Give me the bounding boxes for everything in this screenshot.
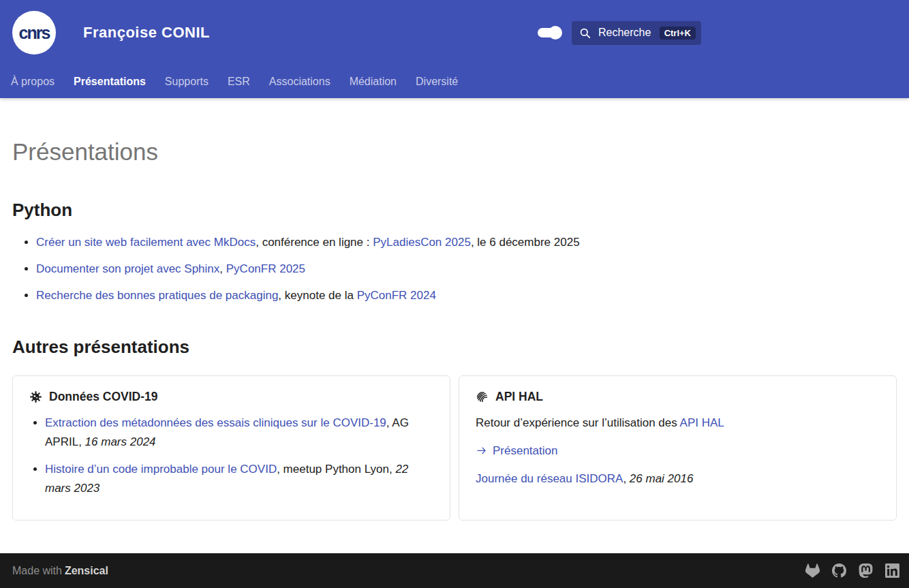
list-item: Créer un site web facilement avec MkDocs… [36,234,897,251]
link[interactable]: Créer un site web facilement avec MkDocs [36,236,256,249]
python-presentations-list: Créer un site web facilement avec MkDocs… [12,234,897,305]
card-paragraph: Présentation [476,442,880,460]
card-paragraph: Retour d’expérience sur l’utilisation de… [476,414,880,432]
github-icon [832,563,846,578]
date-text: 26 mai 2016 [630,472,694,485]
nav-tabs: À proposPrésentationsSupportsESRAssociat… [0,65,909,98]
footer: Made withZensical [0,553,909,588]
made-with-label: Made with [12,565,62,576]
search-icon [579,27,591,40]
header-top: cnrs Françoise CONIL Recherche Ctrl+K [0,0,909,65]
card-donnees-covid-19: Données COVID-19Extraction des métadonné… [12,375,450,521]
made-with-text: Made withZensical [12,565,108,577]
link[interactable]: API HAL [680,416,724,429]
tab-presentations[interactable]: Présentations [64,65,155,98]
section-heading-python: Python [12,199,897,222]
link[interactable]: Recherche des bonnes pratiques de packag… [36,289,278,302]
header: cnrs Françoise CONIL Recherche Ctrl+K À … [0,0,909,98]
linkedin-link[interactable] [885,563,899,578]
card-title: Données COVID-19 [29,390,433,404]
arrow-right-icon [476,444,488,457]
page-title: Présentations [12,136,897,168]
card-title-text: Données COVID-19 [49,390,157,404]
link[interactable]: Histoire d’un code improbable pour le CO… [45,463,277,476]
list-item: Documenter son projet avec Sphinx, PyCon… [36,260,897,278]
card-title-text: API HAL [495,390,543,404]
tab-esr[interactable]: ESR [218,65,260,98]
tab-mediation[interactable]: Médiation [340,65,406,98]
tab-diversite[interactable]: Diversité [406,65,467,98]
list-item: Extraction des métadonnées des essais cl… [45,414,433,452]
header-options: Recherche Ctrl+K [536,21,701,45]
cnrs-logo[interactable]: cnrs [12,11,56,55]
mastodon-link[interactable] [859,563,873,578]
search-placeholder: Recherche [598,27,660,39]
virus-icon [29,390,42,403]
section-heading-autres: Autres présentations [12,336,897,359]
search-shortcut: Ctrl+K [660,27,696,40]
list-item: Histoire d’un code improbable pour le CO… [45,460,433,498]
social-links [805,563,899,578]
card-list: Extraction des métadonnées des essais cl… [29,414,433,498]
hal-icon [476,390,489,403]
link[interactable]: Journée du réseau ISIDORA [476,472,623,485]
main-content: Présentations Python Créer un site web f… [0,98,909,553]
link[interactable]: Extraction des métadonnées des essais cl… [45,416,386,429]
theme-toggle[interactable] [536,25,562,41]
site-title: Françoise CONIL [83,24,210,42]
link[interactable]: PyLadiesCon 2025 [373,236,471,249]
link[interactable]: PyConFR 2025 [226,262,305,275]
tab-associations[interactable]: Associations [260,65,340,98]
link[interactable]: PyConFR 2024 [357,289,436,302]
card-title: API HAL [476,390,880,404]
zensical-link[interactable]: Zensical [65,565,108,576]
gitlab-link[interactable] [805,563,820,578]
tab-a-propos[interactable]: À propos [1,65,64,98]
link[interactable]: Présentation [493,444,557,457]
link[interactable]: Documenter son projet avec Sphinx [36,262,219,275]
github-link[interactable] [832,563,846,578]
toggle-knob-icon [549,26,562,40]
mastodon-icon [859,563,873,578]
card-api-hal: API HALRetour d’expérience sur l’utilisa… [459,375,897,521]
date-text: 16 mars 2024 [85,435,156,448]
linkedin-icon [885,563,899,578]
list-item: Recherche des bonnes pratiques de packag… [36,287,897,305]
search-input[interactable]: Recherche Ctrl+K [572,21,701,45]
tab-supports[interactable]: Supports [155,65,218,98]
card-paragraph: Journée du réseau ISIDORA, 26 mai 2016 [476,470,880,488]
cards-grid: Données COVID-19Extraction des métadonné… [12,375,897,521]
gitlab-icon [805,563,820,578]
